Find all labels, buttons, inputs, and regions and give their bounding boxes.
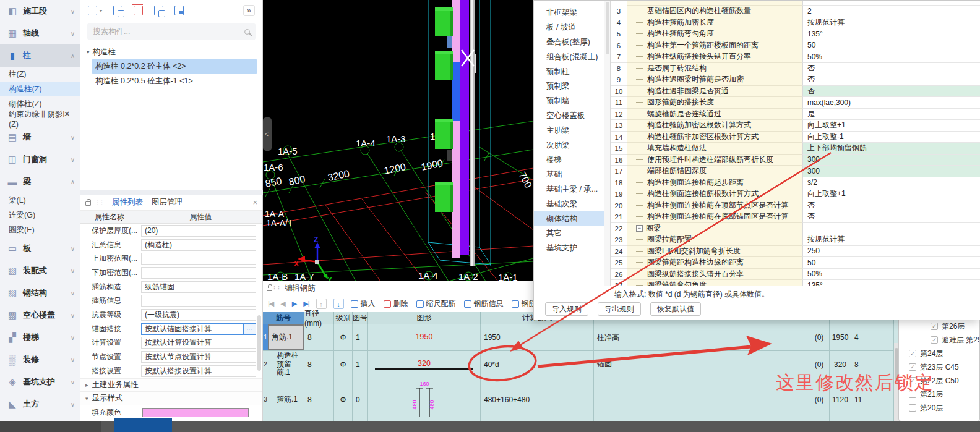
duplicate-icon[interactable]	[154, 6, 163, 15]
property-value-input[interactable]: 按默认搭接设置计算	[141, 365, 256, 377]
dialog-category-item[interactable]: 非框架梁	[534, 6, 604, 20]
toolbar-button[interactable]: 钢筋信息	[464, 299, 504, 309]
sidebar-nav-item[interactable]: ▤ 墙 ∨	[0, 126, 80, 148]
property-value-input[interactable]	[141, 253, 256, 265]
nav-arrow-icon[interactable]: ◀	[280, 300, 285, 308]
setting-row[interactable]: 27 圈梁箍筋弯勾角度 135°	[611, 280, 980, 286]
dialog-category-item[interactable]: 预制柱	[534, 64, 604, 79]
setting-value[interactable]: 上下部均预留钢筋	[802, 143, 980, 155]
setting-value[interactable]: 否	[802, 74, 980, 86]
setting-value[interactable]: s/2	[802, 177, 980, 189]
setting-value[interactable]: 向上取整+1	[802, 120, 980, 132]
setting-value[interactable]: 50	[802, 257, 980, 269]
toolbar-button[interactable]: 删除	[384, 299, 408, 309]
floor-item[interactable]: 第21层	[899, 388, 979, 401]
sidebar-nav-item[interactable]: 连梁(G)	[0, 208, 80, 222]
dialog-category-item[interactable]: 主肋梁	[534, 123, 604, 138]
property-value-input[interactable]: 按默认锚固搭接计算	[141, 323, 244, 335]
header-fig-no[interactable]: 图号	[353, 312, 368, 324]
tab-property-list[interactable]: 属性列表	[112, 197, 143, 208]
nav-arrow-icon[interactable]: ↑	[316, 299, 327, 309]
setting-row[interactable]: 17 端部植筋锚固深度 300	[611, 166, 980, 177]
setting-value[interactable]: 否	[802, 86, 980, 98]
section-display-style[interactable]: ▾ 显示样式	[80, 392, 262, 405]
new-dropdown-icon[interactable]: ▾	[100, 8, 102, 14]
setting-row[interactable]: 26 圈梁纵筋搭接接头错开百分率 50%	[611, 269, 980, 281]
save-icon[interactable]	[174, 6, 184, 15]
panel-splitter[interactable]	[80, 190, 263, 195]
dialog-category-item[interactable]: 组合板(混凝土)	[534, 49, 604, 64]
taskbar-app-button[interactable]	[114, 418, 172, 432]
dialog-category-item[interactable]: 砌体结构	[534, 211, 604, 226]
rebar-row[interactable]: 3箍筋.1 8 Φ 0 160 480 480 480+160+480	[263, 378, 894, 421]
restore-defaults-button[interactable]: 恢复默认值	[650, 302, 701, 316]
lock-icon[interactable]	[267, 287, 272, 291]
toolbar-button[interactable]: 缩尺配筋	[416, 299, 456, 309]
dialog-category-item[interactable]: 预制梁	[534, 79, 604, 94]
more-tools-button[interactable]: »	[243, 5, 255, 16]
setting-row[interactable]: 12 螺旋箍筋是否连续通过 是	[611, 109, 980, 121]
sidebar-nav-item[interactable]: 梁(L)	[0, 193, 80, 208]
checkbox[interactable]: ✓	[909, 377, 916, 384]
dialog-category-item[interactable]: 基坑支护	[534, 241, 604, 256]
floor-item[interactable]: ✓ 第24层	[899, 347, 979, 360]
nav-arrow-icon[interactable]: ▶	[292, 300, 296, 308]
new-component-icon[interactable]	[88, 6, 97, 15]
3d-viewport[interactable]: X Z Y < 1A-5 1A-6 1A-4 1A-3 1A-A 1A-A/1 …	[263, 0, 533, 281]
setting-value[interactable]: 按规范计算	[802, 234, 980, 246]
sidebar-nav-item[interactable]: ▩ 空心楼盖 ∨	[0, 304, 80, 326]
property-value-input[interactable]: 按默认计算设置计算	[141, 337, 256, 349]
setting-row[interactable]: 16 使用预埋件时构造柱端部纵筋弯折长度 300	[611, 155, 980, 166]
collapse-box-icon[interactable]: −	[636, 225, 643, 232]
section-civil-business[interactable]: ▸ 土建业务属性	[80, 378, 262, 392]
setting-value[interactable]: 135°	[802, 28, 980, 40]
checkbox[interactable]	[909, 391, 916, 398]
dialog-category-item[interactable]: 次肋梁	[534, 138, 604, 153]
setting-row[interactable]: 18 构造柱侧面连接植筋起步距离 s/2	[611, 177, 980, 189]
dialog-category-item[interactable]: 预制墙	[534, 94, 604, 109]
toolbar-button[interactable]: 插入	[351, 299, 376, 309]
nav-arrow-icon[interactable]: ▶|	[303, 300, 309, 308]
dialog-category-scrollbar[interactable]	[604, 1, 610, 286]
tree-item[interactable]: 构造柱 0.2*0.5 砼主体-1 <1>	[92, 74, 257, 88]
header-level[interactable]: 级别	[334, 312, 353, 324]
tree-group-row[interactable]: ▾ 构造柱	[80, 45, 262, 59]
copy-icon[interactable]	[113, 6, 123, 15]
property-value-input[interactable]: (20)	[141, 225, 256, 237]
drag-handle-icon[interactable]: ⋮⋮	[272, 285, 280, 291]
dialog-category-item[interactable]: 其它	[534, 226, 604, 241]
sidebar-nav-item[interactable]: ▬ 梁 ∧	[0, 171, 80, 193]
sidebar-nav-item[interactable]: 构造柱(Z)	[0, 82, 80, 96]
dialog-category-item[interactable]: 基础次梁	[534, 197, 604, 211]
ellipsis-button[interactable]: ⋯	[244, 323, 256, 335]
header-diameter[interactable]: 直径(mm)	[304, 312, 334, 324]
lock-icon[interactable]	[85, 201, 91, 206]
checkbox[interactable]: ✓	[909, 350, 916, 357]
search-input[interactable]: 搜索构件...	[87, 23, 256, 40]
setting-row[interactable]: 11 圆形箍筋的搭接长度 max(lae,300)	[611, 97, 980, 109]
setting-value[interactable]: 300	[802, 155, 980, 166]
setting-value[interactable]: 2	[802, 6, 980, 17]
setting-row[interactable]: 9 构造柱遇圈梁时箍筋是否加密 否	[611, 74, 980, 86]
setting-value[interactable]: 135°	[802, 280, 980, 286]
setting-value[interactable]: max(lae,300)	[802, 97, 980, 109]
setting-row[interactable]: 8 是否属于砖混结构 否	[611, 63, 980, 75]
setting-row[interactable]: 7 构造柱纵筋搭接接头错开百分率 50%	[611, 51, 980, 63]
setting-value[interactable]: 向上取整-1	[802, 132, 980, 143]
dialog-category-item[interactable]: 楼梯	[534, 153, 604, 167]
drag-handle-icon[interactable]: ⋮⋮	[95, 200, 103, 206]
setting-row[interactable]: 23 圈梁拉筋配置 按规范计算	[611, 234, 980, 246]
floor-item[interactable]: ✓ 避难层 第25层	[899, 333, 979, 347]
fill-color-swatch[interactable]	[142, 408, 249, 417]
dialog-category-item[interactable]: 板 / 坡道	[534, 20, 604, 35]
setting-value[interactable]: 否	[802, 211, 980, 223]
sidebar-nav-item[interactable]: 圈梁(E)	[0, 222, 80, 237]
setting-value[interactable]: 50	[802, 40, 980, 52]
setting-value[interactable]: 300	[802, 166, 980, 177]
property-value-input[interactable]: (一级抗震)	[141, 309, 256, 321]
checkbox[interactable]	[909, 404, 916, 412]
tree-item[interactable]: 构造柱 0.2*0.2 砼主体 <2>	[92, 59, 257, 74]
checkbox[interactable]: ✓	[909, 363, 916, 371]
sidebar-nav-item[interactable]: ▮ 柱 ∧	[0, 44, 80, 67]
sidebar-nav-item[interactable]: ▦ 轴线 ∨	[0, 22, 80, 44]
